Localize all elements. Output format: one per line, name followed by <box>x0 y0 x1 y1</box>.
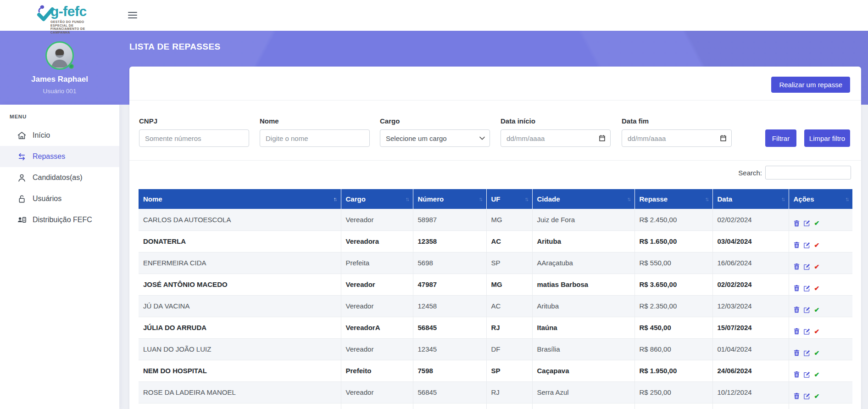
sidebar-item-distribuicao-fefc[interactable]: Distribuição FEFC <box>0 209 119 230</box>
status-check-icon[interactable]: ✔ <box>814 285 820 291</box>
cell-cidade: Arituba <box>532 230 634 252</box>
new-transfer-button[interactable]: Realizar um repasse <box>771 77 850 93</box>
cell-nome: JOSÉ ANTÔNIO MACEDO <box>139 274 341 295</box>
delete-icon[interactable] <box>794 392 800 399</box>
column-header-data[interactable]: Data↑↓ <box>712 189 789 209</box>
delete-icon[interactable] <box>794 263 800 270</box>
edit-icon[interactable] <box>804 350 810 356</box>
data-inicio-input[interactable] <box>501 129 611 147</box>
column-label: Ações <box>794 195 814 203</box>
cell-data: 10/12/2024 <box>712 381 789 403</box>
cell-cargo: VereadorA <box>341 317 413 338</box>
column-header-uf[interactable]: UF↑↓ <box>486 189 532 209</box>
cell-nome: LUAN DO JOÃO LUIZ <box>139 338 341 360</box>
column-header-repasse[interactable]: Repasse↑↓ <box>634 189 712 209</box>
cell-acoes: ✔ <box>789 230 852 252</box>
sidebar-item-label: Repasses <box>33 152 65 161</box>
nome-label: Nome <box>260 117 370 125</box>
sort-icon: ↑↓ <box>406 196 410 202</box>
data-fim-input[interactable] <box>622 129 732 147</box>
delete-icon[interactable] <box>794 241 800 248</box>
cell-acoes: ✔ <box>789 252 852 274</box>
edit-icon[interactable] <box>804 220 810 226</box>
delete-icon[interactable] <box>794 306 800 313</box>
cell-repasse: R$ 860,00 <box>634 338 712 360</box>
cargo-select[interactable]: Selecione um cargo <box>380 129 490 147</box>
cell-uf: SP <box>486 360 532 381</box>
status-check-icon[interactable]: ✔ <box>814 263 820 270</box>
sidebar-item-inicio[interactable]: Início <box>0 125 119 146</box>
cell-data <box>712 403 789 409</box>
lock-icon <box>17 194 27 204</box>
status-check-icon[interactable]: ✔ <box>814 328 820 335</box>
app-logo[interactable]: g-fefc GESTÃO DO FUNDO ESPECIAL DE FINAN… <box>36 4 88 34</box>
cell-acoes <box>789 403 852 409</box>
cell-cargo: Vereadora <box>341 230 413 252</box>
table-row: JOSÉ ANTÔNIO MACEDOVereador47987MGmatias… <box>139 274 852 295</box>
cell-cidade: Brasília <box>532 338 634 360</box>
topbar: g-fefc GESTÃO DO FUNDO ESPECIAL DE FINAN… <box>0 0 868 31</box>
column-label: Cargo <box>346 195 366 203</box>
edit-icon[interactable] <box>804 242 810 248</box>
edit-icon[interactable] <box>804 263 810 270</box>
column-header-numero[interactable]: Número↑↓ <box>413 189 486 209</box>
delete-icon[interactable] <box>794 285 800 291</box>
filter-button[interactable]: Filtrar <box>765 129 796 147</box>
cell-uf: SP <box>486 252 532 274</box>
delete-icon[interactable] <box>794 371 800 378</box>
sort-icon: ↑↓ <box>705 196 709 202</box>
column-label: Número <box>418 195 444 203</box>
cell-cargo: Vereador <box>341 209 413 230</box>
column-header-acoes[interactable]: Ações↑↓ <box>789 189 852 209</box>
cell-cidade: Caçapava <box>532 360 634 381</box>
table-header-row: Nome↑↓Cargo↑↓Número↑↓UF↑↓Cidade↑↓Repasse… <box>139 189 852 209</box>
edit-icon[interactable] <box>804 328 810 335</box>
cell-repasse <box>634 403 712 409</box>
edit-icon[interactable] <box>804 371 810 378</box>
hamburger-menu-icon[interactable] <box>128 12 137 19</box>
sort-icon: ↑↓ <box>479 196 483 202</box>
sidebar-item-repasses[interactable]: Repasses <box>0 146 119 167</box>
search-input[interactable] <box>765 166 851 179</box>
nome-input[interactable] <box>260 129 370 147</box>
cell-data: 15/07/2024 <box>712 317 789 338</box>
sort-icon: ↑↓ <box>334 196 338 202</box>
online-status-dot <box>69 64 74 69</box>
cell-cidade <box>532 403 634 409</box>
clear-filter-button[interactable]: Limpar filtro <box>804 129 850 147</box>
column-header-cargo[interactable]: Cargo↑↓ <box>341 189 413 209</box>
status-check-icon[interactable]: ✔ <box>814 242 820 248</box>
edit-icon[interactable] <box>804 285 810 291</box>
divider <box>129 100 861 101</box>
sidebar-item-candidatos-as[interactable]: Candidatos(as) <box>0 167 119 188</box>
column-header-cidade[interactable]: Cidade↑↓ <box>532 189 634 209</box>
cell-numero: 5698 <box>413 252 486 274</box>
status-check-icon[interactable]: ✔ <box>814 393 820 399</box>
divider <box>129 160 861 161</box>
cell-numero: 12458 <box>413 295 486 317</box>
cell-cidade: AAraçatuba <box>532 252 634 274</box>
cell-acoes: ✔ <box>789 360 852 381</box>
status-check-icon[interactable]: ✔ <box>814 220 820 226</box>
cell-data: 01/04/2024 <box>712 338 789 360</box>
cell-nome: JÚ DA VACINA <box>139 295 341 317</box>
status-check-icon[interactable]: ✔ <box>814 350 820 356</box>
cell-uf: RJ <box>486 317 532 338</box>
delete-icon[interactable] <box>794 328 800 335</box>
cell-numero: 58987 <box>413 209 486 230</box>
edit-icon[interactable] <box>804 307 810 313</box>
delete-icon[interactable] <box>794 220 800 227</box>
table-row: DONATERLAVereadora12358ACAritubaR$ 1.650… <box>139 230 852 252</box>
cnpj-input[interactable] <box>139 129 249 147</box>
cell-data: 16/06/2024 <box>712 252 789 274</box>
sidebar-item-usuarios[interactable]: Usuários <box>0 188 119 209</box>
column-label: Nome <box>143 195 162 203</box>
status-check-icon[interactable]: ✔ <box>814 307 820 313</box>
status-check-icon[interactable]: ✔ <box>814 371 820 378</box>
edit-icon[interactable] <box>804 393 810 399</box>
column-label: UF <box>491 195 501 203</box>
search-label: Search: <box>738 169 762 177</box>
delete-icon[interactable] <box>794 349 800 356</box>
column-header-nome[interactable]: Nome↑↓ <box>139 189 341 209</box>
table-row: LUAN DO JOÃO LUIZVereador12345DFBrasília… <box>139 338 852 360</box>
